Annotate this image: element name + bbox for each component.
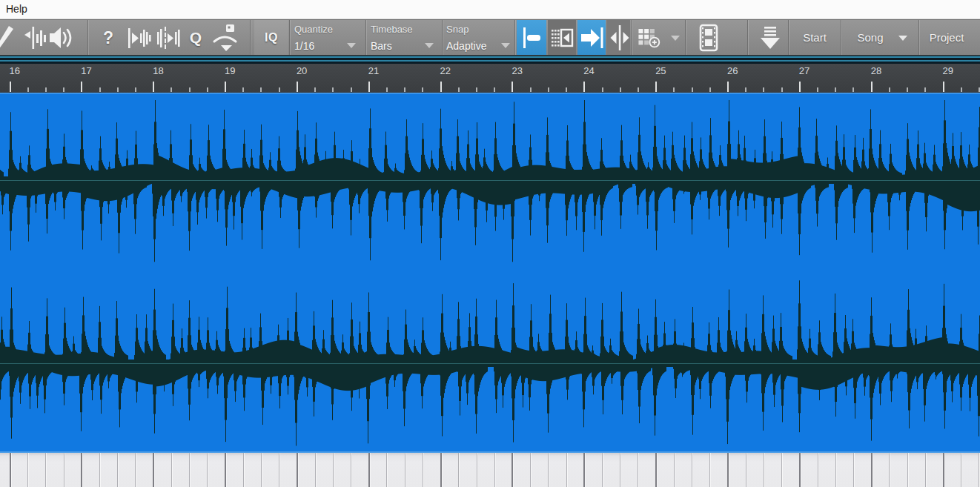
grid-bar-line: [153, 453, 154, 487]
grid-beat-line: [386, 453, 387, 487]
grid-beat-line: [853, 453, 854, 487]
snap-dropdown-caret-icon[interactable]: [501, 43, 510, 48]
nav-project-button[interactable]: Project: [921, 20, 973, 56]
ruler-beat-tick: [817, 87, 818, 92]
toolbar-divider: [747, 20, 748, 56]
grid-beat-line: [477, 453, 477, 487]
draw-tool-partial-icon[interactable]: [0, 23, 16, 53]
grid-bar-line: [583, 453, 585, 487]
speaker-icon[interactable]: [47, 23, 74, 53]
ruler-beat-tick: [458, 87, 460, 92]
ruler-beat-tick: [63, 87, 64, 92]
song-dropdown-caret-icon[interactable]: [898, 36, 907, 41]
ruler-beat-tick: [314, 87, 316, 92]
grid-bar-line: [81, 453, 82, 487]
ruler-bar-label: 20: [297, 65, 307, 76]
nav-song-button[interactable]: Song: [845, 20, 895, 56]
ruler-bar-tick: [727, 82, 729, 92]
toolbar-divider: [87, 20, 88, 56]
quantize-dropdown[interactable]: 1/16: [294, 40, 314, 52]
ruler-beat-tick: [763, 87, 764, 92]
grid-beat-line: [27, 453, 28, 487]
nav-start-button[interactable]: Start: [789, 20, 841, 56]
toolbar-divider: [365, 20, 366, 56]
ruler-bar-label: 26: [727, 65, 738, 76]
toolbar-divider: [841, 20, 841, 56]
grid-beat-line: [243, 453, 244, 487]
timestretch-icon[interactable]: [156, 23, 182, 53]
bend-tool-icon[interactable]: [22, 23, 49, 53]
grid-beat-line: [99, 453, 100, 487]
menu-item-help[interactable]: Help: [6, 3, 27, 15]
grid-beat-line: [45, 453, 46, 487]
quantize-dropdown-caret-icon[interactable]: [347, 43, 356, 48]
ruler-bar-label: 17: [81, 65, 91, 76]
ruler-bar-label: 16: [10, 65, 20, 76]
toolbar: ? Q: [0, 19, 980, 56]
ruler-bar-tick: [153, 82, 154, 92]
ruler-bar-tick: [297, 82, 298, 92]
grid-beat-line: [530, 453, 531, 487]
ruler-bar-label: 29: [943, 65, 953, 76]
ruler-bar-tick: [655, 82, 657, 92]
grid-beat-line: [961, 453, 961, 487]
import-download-icon[interactable]: [757, 23, 784, 53]
grid-bar-line: [655, 453, 657, 487]
ruler-bar-label: 24: [583, 65, 594, 76]
toolbar-divider: [250, 20, 251, 56]
grid-beat-line: [207, 453, 208, 487]
ruler-bar-tick: [440, 82, 442, 92]
grid-beat-line: [638, 453, 638, 487]
ruler-bar-tick: [511, 82, 513, 92]
grid-beat-line: [189, 453, 190, 487]
ruler-beat-tick: [907, 87, 908, 92]
toolbar-divider: [918, 20, 919, 56]
ruler-beat-tick: [548, 87, 549, 92]
timeline-grid-strip[interactable]: [0, 453, 980, 487]
pitch-bend-icon[interactable]: [212, 23, 239, 53]
help-icon[interactable]: ?: [98, 20, 119, 56]
ruler-beat-tick: [638, 87, 639, 92]
snap-right-arrow-toggle[interactable]: [577, 20, 606, 56]
ruler-beat-tick: [781, 87, 783, 92]
ruler-beat-tick: [351, 87, 352, 92]
grid-beat-line: [333, 453, 334, 487]
ruler-bar-tick: [81, 82, 82, 92]
ruler-beat-tick: [745, 87, 746, 92]
ruler-beat-tick: [889, 87, 890, 92]
snap-relative-toggle[interactable]: [606, 20, 630, 56]
film-strip-icon[interactable]: [695, 23, 722, 53]
ruler-bar-tick: [225, 82, 226, 92]
timeline-ruler[interactable]: 1617181920212223242526272829: [0, 64, 980, 93]
grid-beat-line: [907, 453, 908, 487]
iq-button[interactable]: IQ: [254, 20, 288, 56]
waveform-display[interactable]: [0, 93, 980, 453]
toolbar-divider: [289, 20, 290, 56]
grid-bar-line: [871, 453, 873, 487]
timebase-dropdown-caret-icon[interactable]: [425, 43, 434, 48]
ruler-beat-tick: [404, 87, 405, 92]
ruler-beat-tick: [242, 87, 244, 92]
grid-beat-line: [351, 453, 351, 487]
menu-bar: Help: [0, 0, 980, 19]
grid-zoom-caret-icon[interactable]: [671, 36, 680, 41]
grid-beat-line: [135, 453, 136, 487]
ruler-beat-tick: [27, 87, 29, 92]
play-audition-icon[interactable]: [126, 23, 153, 53]
quantize-icon[interactable]: Q: [184, 20, 208, 56]
ruler-beat-tick: [530, 87, 532, 92]
ruler-beat-tick: [260, 87, 262, 92]
snap-to-events-toggle[interactable]: [548, 20, 576, 56]
ruler-beat-tick: [135, 87, 136, 92]
timebase-dropdown[interactable]: Bars: [371, 40, 392, 52]
grid-beat-line: [405, 453, 405, 487]
ruler-beat-tick: [835, 87, 836, 92]
ruler-beat-tick: [117, 87, 119, 92]
snap-dropdown[interactable]: Adaptive: [446, 40, 486, 52]
toolbar-ruler-divider-band: [0, 55, 980, 64]
grid-zoom-icon[interactable]: [636, 23, 667, 53]
grid-beat-line: [925, 453, 926, 487]
snap-left-edge-toggle[interactable]: [517, 20, 546, 56]
ruler-bar-label: 23: [511, 65, 522, 76]
grid-bar-line: [440, 453, 442, 487]
